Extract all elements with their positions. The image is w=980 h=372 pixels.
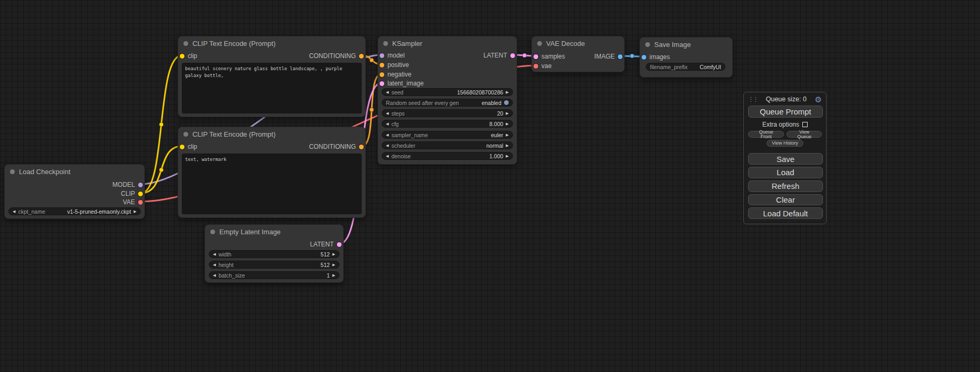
input-slot-clip[interactable]: clip (180, 143, 197, 150)
link-midpoint-dot[interactable] (370, 58, 374, 62)
load-button[interactable]: Load (748, 167, 823, 178)
widget-batch-size[interactable]: ◀ batch_size 1 ▶ (209, 271, 339, 279)
queue-front-button[interactable]: Queue Front (748, 131, 784, 138)
settings-gear-icon[interactable]: ⚙ (815, 96, 822, 103)
slot-dot-latent[interactable] (510, 53, 515, 58)
slot-dot-image[interactable] (618, 54, 623, 59)
view-queue-button[interactable]: View Queue (787, 131, 822, 138)
output-slot-vae[interactable]: VAE (123, 198, 143, 206)
link-midpoint-dot[interactable] (159, 168, 163, 172)
output-slot-conditioning[interactable]: CONDITIONING (309, 143, 364, 150)
arrow-right-icon[interactable]: ▶ (506, 154, 509, 158)
clear-button[interactable]: Clear (748, 194, 823, 206)
node-title-bar[interactable]: Save Image (640, 37, 732, 51)
queue-prompt-button[interactable]: Queue Prompt (748, 106, 823, 118)
arrow-left-icon[interactable]: ◀ (213, 252, 216, 256)
input-slot-clip[interactable]: clip (180, 52, 197, 60)
collapse-dot-icon[interactable] (183, 132, 188, 137)
slot-dot-clip[interactable] (138, 192, 143, 196)
prompt-textarea[interactable]: text, watermark (182, 154, 362, 214)
input-slot-negative[interactable]: negative (380, 71, 411, 78)
input-slot-vae[interactable]: vae (533, 62, 551, 70)
node-vae-decode[interactable]: VAE Decode samples vae IMAGE (531, 36, 625, 72)
arrow-right-icon[interactable]: ▶ (506, 122, 509, 126)
arrow-right-icon[interactable]: ▶ (506, 90, 509, 94)
widget-random-seed-toggle[interactable]: Random seed after every gen enabled (382, 99, 513, 107)
load-default-button[interactable]: Load Default (748, 207, 823, 219)
node-title-bar[interactable]: CLIP Text Encode (Prompt) (178, 127, 365, 141)
arrow-right-icon[interactable]: ▶ (333, 252, 335, 256)
node-title-bar[interactable]: CLIP Text Encode (Prompt) (178, 36, 365, 50)
collapse-dot-icon[interactable] (645, 42, 650, 47)
slot-dot-image[interactable] (642, 55, 646, 60)
view-history-button[interactable]: View History (766, 140, 803, 147)
arrow-right-icon[interactable]: ▶ (506, 133, 509, 137)
slot-dot-clip[interactable] (180, 54, 185, 59)
arrow-right-icon[interactable]: ▶ (506, 144, 509, 147)
arrow-left-icon[interactable]: ◀ (13, 209, 15, 213)
arrow-left-icon[interactable]: ◀ (386, 90, 389, 94)
node-clip-text-encode-positive[interactable]: CLIP Text Encode (Prompt) clip CONDITION… (178, 36, 366, 117)
prompt-textarea[interactable]: beautiful scenery nature glass bottle la… (182, 63, 362, 113)
link-midpoint-dot[interactable] (159, 122, 163, 127)
node-load-checkpoint[interactable]: Load Checkpoint MODEL CLIP VAE ◀ ckpt_na… (4, 164, 145, 219)
widget-height[interactable]: ◀ height 512 ▶ (209, 261, 339, 269)
collapse-dot-icon[interactable] (183, 41, 188, 46)
arrow-left-icon[interactable]: ◀ (213, 263, 216, 266)
widget-ckpt-name[interactable]: ◀ ckpt_name v1-5-pruned-emaonly.ckpt ▶ (8, 207, 141, 215)
refresh-button[interactable]: Refresh (748, 180, 823, 192)
arrow-left-icon[interactable]: ◀ (386, 144, 389, 147)
arrow-right-icon[interactable]: ▶ (134, 209, 137, 213)
widget-sampler-name[interactable]: ◀ sampler_name euler ▶ (382, 131, 513, 139)
link-midpoint-dot[interactable] (370, 108, 374, 112)
widget-denoise[interactable]: ◀ denoise 1.000 ▶ (382, 152, 513, 160)
output-slot-conditioning[interactable]: CONDITIONING (309, 52, 364, 60)
arrow-right-icon[interactable]: ▶ (333, 263, 335, 266)
slot-dot-model[interactable] (380, 53, 384, 58)
node-clip-text-encode-negative[interactable]: CLIP Text Encode (Prompt) clip CONDITION… (178, 127, 366, 218)
slot-dot-latent[interactable] (380, 81, 384, 86)
node-title-bar[interactable]: Load Checkpoint (5, 165, 144, 178)
arrow-left-icon[interactable]: ◀ (386, 111, 389, 115)
slot-dot-latent[interactable] (533, 54, 538, 59)
input-slot-images[interactable]: images (642, 53, 670, 61)
save-button[interactable]: Save (748, 153, 823, 165)
slot-dot-conditioning[interactable] (380, 72, 384, 77)
link-midpoint-dot[interactable] (522, 53, 527, 58)
extra-options-checkbox[interactable] (802, 122, 808, 127)
slot-dot-vae[interactable] (533, 64, 538, 69)
collapse-dot-icon[interactable] (537, 41, 542, 46)
widget-scheduler[interactable]: ◀ scheduler normal ▶ (382, 141, 513, 149)
output-slot-image[interactable]: IMAGE (594, 53, 623, 60)
arrow-left-icon[interactable]: ◀ (386, 154, 389, 158)
slot-dot-model[interactable] (138, 183, 143, 187)
output-slot-clip[interactable]: CLIP (121, 190, 143, 197)
node-save-image[interactable]: Save Image images filename_prefix ComfyU… (639, 37, 733, 78)
slot-dot-latent[interactable] (337, 242, 342, 247)
node-empty-latent-image[interactable]: Empty Latent Image LATENT ◀ width 512 ▶ … (205, 224, 344, 283)
collapse-dot-icon[interactable] (210, 230, 215, 234)
arrow-right-icon[interactable]: ▶ (506, 111, 509, 115)
arrow-left-icon[interactable]: ◀ (213, 273, 216, 277)
node-title-bar[interactable]: Empty Latent Image (205, 225, 343, 239)
collapse-dot-icon[interactable] (10, 169, 15, 174)
collapse-dot-icon[interactable] (383, 41, 388, 46)
widget-width[interactable]: ◀ width 512 ▶ (209, 250, 339, 258)
slot-dot-conditioning[interactable] (359, 145, 364, 149)
arrow-left-icon[interactable]: ◀ (386, 122, 389, 126)
arrow-right-icon[interactable]: ▶ (333, 273, 335, 277)
slot-dot-clip[interactable] (180, 145, 185, 149)
widget-seed[interactable]: ◀ seed 156680208700286 ▶ (382, 88, 513, 96)
output-slot-model[interactable]: MODEL (112, 181, 143, 188)
input-slot-model[interactable]: model (380, 52, 405, 59)
node-ksampler[interactable]: KSampler model positive negative latent_… (377, 36, 517, 165)
widget-filename-prefix[interactable]: filename_prefix ComfyUI (646, 63, 725, 71)
widget-cfg[interactable]: ◀ cfg 8.000 ▶ (382, 120, 513, 128)
node-title-bar[interactable]: KSampler (378, 36, 517, 50)
toggle-indicator-icon[interactable] (504, 100, 509, 105)
output-slot-latent[interactable]: LATENT (310, 241, 342, 248)
input-slot-positive[interactable]: positive (380, 61, 409, 69)
slot-dot-vae[interactable] (138, 200, 143, 205)
output-slot-latent[interactable]: LATENT (483, 52, 515, 59)
arrow-left-icon[interactable]: ◀ (386, 133, 389, 137)
